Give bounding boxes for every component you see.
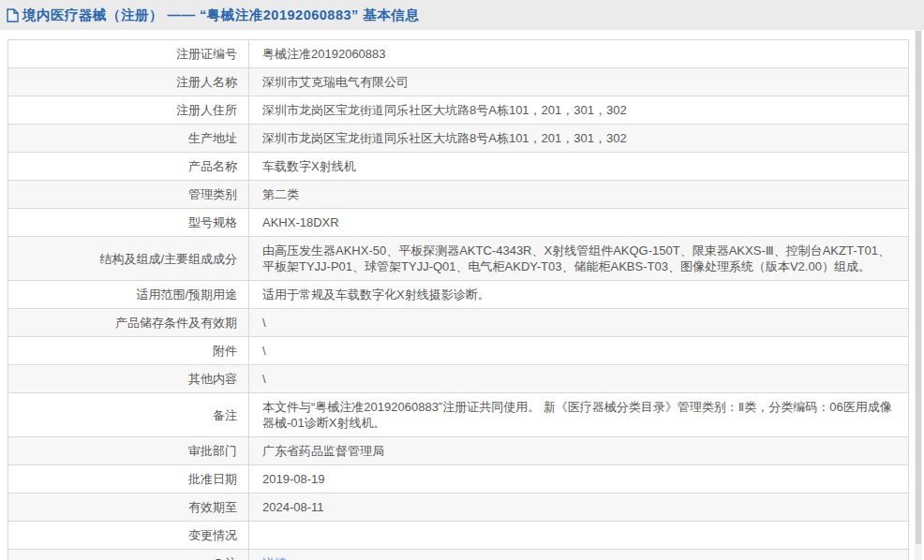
row-label: 附件 [8, 337, 249, 365]
row-value-text: 粤械注准20192060883 [262, 47, 386, 61]
table-row: 管理类别第二类 [8, 181, 909, 209]
row-value-text: 2024-08-11 [262, 500, 324, 514]
row-label: 注 [8, 550, 249, 560]
row-value-text: \ [262, 372, 266, 386]
table-row: 适用范围/预期用途适用于常规及车载数字化X射线摄影诊断。 [8, 281, 909, 309]
row-value-text: 深圳市艾克瑞电气有限公司 [262, 75, 409, 89]
row-label: 产品储存条件及有效期 [8, 309, 249, 337]
row-label: 结构及组成/主要组成成分 [8, 237, 249, 281]
row-label-text: 产品储存条件及有效期 [115, 316, 237, 330]
row-value: 本文件与“粤械注准20192060883”注册证共同使用。 新《医疗器械分类目录… [249, 393, 909, 437]
row-value: AKHX-18DXR [249, 209, 909, 237]
scrollbar-thumb[interactable] [916, 31, 921, 544]
row-value [249, 522, 909, 550]
row-value-text: AKHX-18DXR [262, 215, 339, 229]
row-value-text: 车载数字X射线机 [262, 159, 356, 173]
table-row: 附件\ [8, 337, 909, 365]
table-row: 其他内容\ [8, 365, 909, 393]
row-label-text: 备注 [213, 408, 237, 422]
row-value-text: 广东省药品监督管理局 [262, 444, 384, 458]
table-row: 注册人名称深圳市艾克瑞电气有限公司 [8, 68, 909, 96]
row-label-text: 型号规格 [188, 215, 237, 229]
row-value: \ [249, 365, 909, 393]
row-label: 管理类别 [8, 181, 249, 209]
table-row: 注册人住所深圳市龙岗区宝龙街道同乐社区大坑路8号A栋101，201，301，30… [8, 96, 909, 125]
row-value: 车载数字X射线机 [249, 153, 909, 181]
row-value-text: 由高压发生器AKHX-50、平板探测器AKTC-4343R、X射线管组件AKQG… [262, 243, 890, 273]
table-row: 结构及组成/主要组成成分由高压发生器AKHX-50、平板探测器AKTC-4343… [8, 237, 909, 281]
table-row: 产品储存条件及有效期\ [8, 309, 909, 337]
row-value: \ [249, 309, 909, 337]
row-value-text: \ [262, 316, 266, 330]
row-value: \ [249, 337, 909, 365]
row-label-text: 注册证编号 [176, 47, 237, 61]
row-value: 广东省药品监督管理局 [249, 437, 909, 465]
row-value: 粤械注准20192060883 [249, 40, 909, 68]
row-value-text: 本文件与“粤械注准20192060883”注册证共同使用。 新《医疗器械分类目录… [262, 400, 892, 430]
table-row: 备注本文件与“粤械注准20192060883”注册证共同使用。 新《医疗器械分类… [8, 393, 909, 437]
row-label-text: 生产地址 [188, 131, 237, 145]
row-label-text: 管理类别 [188, 187, 237, 201]
table-row: 有效期至2024-08-11 [8, 494, 909, 522]
document-icon [7, 8, 19, 22]
row-label: 审批部门 [8, 437, 249, 465]
row-label: 注册人住所 [8, 96, 249, 125]
row-label-text: 产品名称 [188, 159, 237, 173]
row-value: 由高压发生器AKHX-50、平板探测器AKTC-4343R、X射线管组件AKQG… [249, 237, 909, 281]
row-label-text: 结构及组成/主要组成成分 [99, 252, 237, 266]
table-row: 审批部门广东省药品监督管理局 [8, 437, 909, 465]
table-row: 生产地址深圳市龙岗区宝龙街道同乐社区大坑路8号A栋101，201，301，302 [8, 125, 909, 153]
row-value: 2019-08-19 [249, 465, 909, 494]
row-label: 产品名称 [8, 153, 249, 181]
table-row: 变更情况 [8, 522, 909, 550]
row-value-text: \ [262, 344, 266, 358]
row-value: 第二类 [249, 181, 909, 209]
row-label-text: 注 [225, 556, 237, 560]
row-label-text: 其他内容 [188, 372, 237, 386]
row-value-text: 深圳市龙岗区宝龙街道同乐社区大坑路8号A栋101，201，301，302 [262, 131, 627, 145]
row-value-text: 深圳市龙岗区宝龙街道同乐社区大坑路8号A栋101，201，301，302 [262, 103, 627, 117]
row-label: 批准日期 [8, 465, 249, 494]
row-value: 详情 [249, 550, 909, 560]
row-label: 备注 [8, 393, 249, 437]
table-row: 批准日期2019-08-19 [8, 465, 909, 494]
basic-info-table-container: 注册证编号粤械注准20192060883注册人名称深圳市艾克瑞电气有限公司注册人… [7, 39, 913, 560]
row-value-text: 第二类 [262, 187, 299, 201]
row-value: 深圳市龙岗区宝龙街道同乐社区大坑路8号A栋101，201，301，302 [249, 96, 909, 125]
row-value: 深圳市艾克瑞电气有限公司 [249, 68, 909, 96]
table-row: 型号规格AKHX-18DXR [8, 209, 909, 237]
row-label-text: 注册人住所 [176, 103, 237, 117]
row-label: 其他内容 [8, 365, 249, 393]
row-label: 注册证编号 [8, 40, 249, 68]
row-value: 深圳市龙岗区宝龙街道同乐社区大坑路8号A栋101，201，301，302 [249, 125, 909, 153]
table-row: 注册证编号粤械注准20192060883 [8, 40, 909, 68]
info-table-body: 注册证编号粤械注准20192060883注册人名称深圳市艾克瑞电气有限公司注册人… [8, 40, 909, 560]
row-label-text: 适用范围/预期用途 [136, 287, 237, 302]
row-label: 生产地址 [8, 125, 249, 153]
row-value: 适用于常规及车载数字化X射线摄影诊断。 [249, 281, 909, 309]
row-label-text: 变更情况 [188, 528, 237, 542]
row-label: 变更情况 [8, 522, 249, 550]
row-label: 注册人名称 [8, 68, 249, 96]
row-label-text: 批准日期 [188, 472, 237, 486]
detail-link[interactable]: 详情 [262, 556, 287, 560]
row-value-text: 2019-08-19 [262, 472, 325, 486]
row-label-text: 有效期至 [188, 500, 237, 514]
table-row: 注详情 [8, 550, 909, 560]
table-row: 产品名称车载数字X射线机 [8, 153, 909, 181]
vertical-scrollbar[interactable] [915, 30, 922, 560]
row-label-text: 附件 [213, 344, 237, 358]
row-label-text: 审批部门 [188, 444, 237, 458]
row-label-text: 注册人名称 [176, 75, 237, 89]
page-header: 境内医疗器械（注册） —— “粤械注准20192060883” 基本信息 [0, 0, 924, 30]
row-label: 有效期至 [8, 494, 249, 522]
row-value-text: 适用于常规及车载数字化X射线摄影诊断。 [262, 287, 490, 302]
basic-info-table: 注册证编号粤械注准20192060883注册人名称深圳市艾克瑞电气有限公司注册人… [7, 39, 909, 560]
row-label: 型号规格 [8, 209, 249, 237]
row-value: 2024-08-11 [249, 494, 909, 522]
page-title: 境内医疗器械（注册） —— “粤械注准20192060883” 基本信息 [22, 7, 419, 24]
row-label: 适用范围/预期用途 [8, 281, 249, 309]
